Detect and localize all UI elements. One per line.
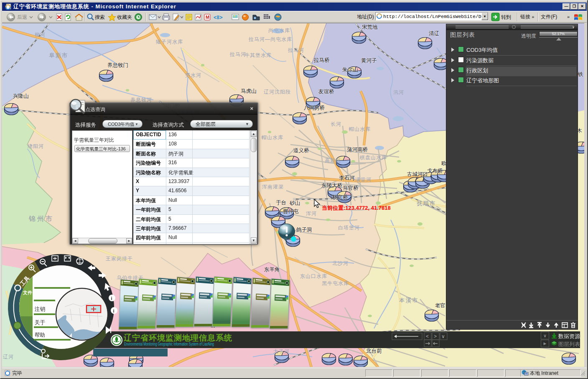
svg-text:M: M	[206, 15, 209, 20]
svg-text:搜索: 搜索	[95, 14, 105, 20]
svg-text:收藏夹: 收藏夹	[117, 14, 132, 20]
svg-text:转到: 转到	[501, 14, 511, 20]
svg-text:<‖>: <‖>	[214, 14, 223, 20]
svg-text:帮助: 帮助	[35, 332, 45, 338]
svg-text:>: >	[434, 333, 437, 339]
svg-text:∨: ∨	[441, 333, 445, 339]
svg-text:后退: 后退	[17, 14, 27, 20]
svg-text:关于: 关于	[35, 320, 46, 326]
svg-text:注销: 注销	[34, 306, 46, 312]
svg-text:文件: 文件	[23, 290, 33, 295]
svg-text:i: i	[111, 296, 112, 301]
svg-text:<: <	[426, 333, 429, 339]
svg-text:i: i	[113, 308, 115, 313]
